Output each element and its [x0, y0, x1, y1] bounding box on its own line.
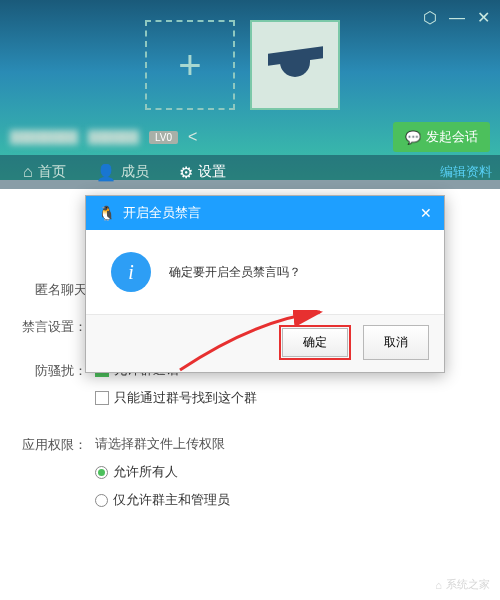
find-by-id-text: 只能通过群号找到这个群 [114, 389, 257, 407]
watermark-icon: ⌂ [435, 579, 442, 591]
group-name-blurred: ████████ [10, 130, 78, 144]
dialog-footer: 确定 取消 [86, 314, 444, 372]
cancel-button[interactable]: 取消 [363, 325, 429, 360]
row-app-perm: 应用权限： 请选择群文件上传权限 允许所有人 仅允许群主和管理员 [15, 435, 485, 519]
group-info-row: ████████ ██████ LV0 < 💬 发起会话 [10, 122, 490, 152]
nav-home[interactable]: ⌂ 首页 [8, 155, 81, 189]
dialog-title: 开启全员禁言 [123, 204, 201, 222]
dialog-body: i 确定要开启全员禁言吗？ [86, 230, 444, 314]
penguin-icon: 🐧 [98, 205, 115, 221]
share-icon[interactable]: < [188, 128, 197, 146]
anon-chat-label: 匿名聊天 [15, 280, 87, 299]
dialog-message: 确定要开启全员禁言吗？ [169, 264, 301, 281]
start-chat-button[interactable]: 💬 发起会话 [393, 122, 490, 152]
members-icon: 👤 [96, 163, 116, 182]
close-icon[interactable]: ✕ [477, 8, 490, 27]
home-icon: ⌂ [23, 163, 33, 181]
ok-button[interactable]: 确定 [282, 328, 348, 357]
menu-icon[interactable]: ⬡ [423, 8, 437, 27]
nav-bar: ⌂ 首页 👤 成员 ⚙ 设置 编辑资料 [0, 155, 500, 189]
allow-all-text: 允许所有人 [113, 463, 178, 481]
watermark: ⌂ 系统之家 [435, 577, 490, 592]
chat-icon: 💬 [405, 130, 421, 145]
mute-label: 禁言设置： [15, 317, 87, 336]
avatar-row: + [145, 20, 340, 110]
nav-settings[interactable]: ⚙ 设置 [164, 155, 241, 189]
group-avatar[interactable] [250, 20, 340, 110]
add-avatar-box[interactable]: + [145, 20, 235, 110]
app-perm-label: 应用权限： [15, 435, 87, 454]
allow-admin-text: 仅允许群主和管理员 [113, 491, 230, 509]
minimize-icon[interactable]: — [449, 9, 465, 27]
confirm-dialog: 🐧 开启全员禁言 ✕ i 确定要开启全员禁言吗？ 确定 取消 [85, 195, 445, 373]
find-by-id-checkbox[interactable] [95, 391, 109, 405]
dialog-close-icon[interactable]: ✕ [420, 205, 432, 221]
anti-harass-label: 防骚扰： [15, 361, 87, 380]
level-badge: LV0 [149, 131, 178, 144]
plus-icon: + [178, 43, 201, 88]
allow-all-radio[interactable] [95, 466, 108, 479]
window-controls: ⬡ — ✕ [423, 8, 490, 27]
nav-members[interactable]: 👤 成员 [81, 155, 164, 189]
graduation-cap-icon [268, 45, 323, 85]
edit-profile-link[interactable]: 编辑资料 [440, 163, 492, 181]
group-id-blurred: ██████ [88, 130, 139, 144]
info-icon: i [111, 252, 151, 292]
gear-icon: ⚙ [179, 163, 193, 182]
header-background: ⬡ — ✕ + ████████ ██████ LV0 < 💬 发起会话 ⌂ 首… [0, 0, 500, 180]
ok-button-highlight: 确定 [279, 325, 351, 360]
dialog-header: 🐧 开启全员禁言 ✕ [86, 196, 444, 230]
allow-admin-radio[interactable] [95, 494, 108, 507]
app-perm-hint: 请选择群文件上传权限 [95, 435, 485, 453]
